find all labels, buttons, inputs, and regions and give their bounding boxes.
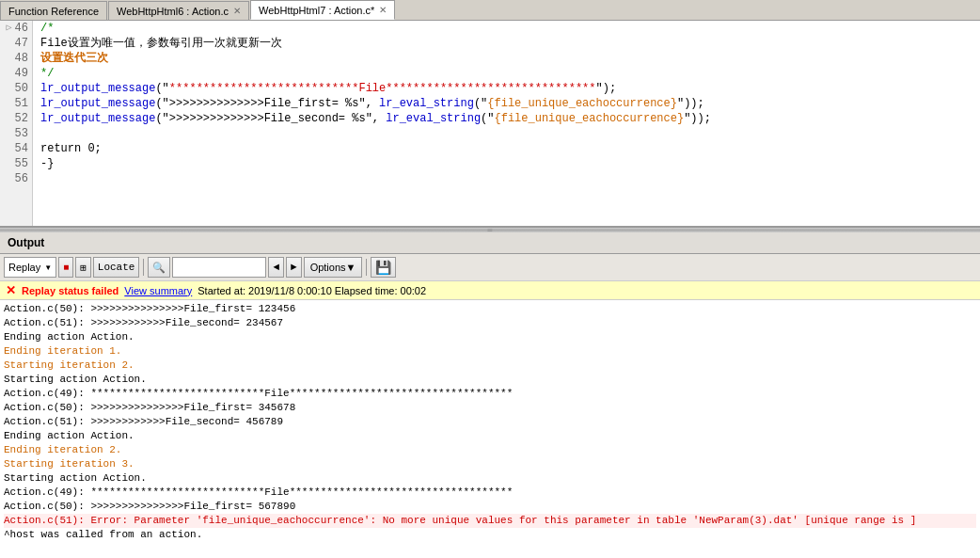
code-line-50: lr_output_message("*********************…: [40, 81, 972, 96]
log-line: Action.c(50): >>>>>>>>>>>>>>>File_first=…: [4, 500, 976, 514]
line-number-49: 49: [4, 66, 28, 81]
locate-label: Locate: [98, 262, 135, 273]
code-line-52: lr_output_message(">>>>>>>>>>>>>>File_se…: [40, 111, 972, 126]
code-line-47: File设置为唯一值，参数每引用一次就更新一次: [40, 36, 972, 51]
search-button[interactable]: 🔍: [148, 257, 170, 278]
error-icon: ✕: [6, 283, 16, 297]
code-param: {file_unique_eachoccurrence}: [495, 112, 685, 125]
replay-dropdown[interactable]: Replay ▼: [4, 257, 56, 278]
replay-label: Replay: [8, 262, 40, 273]
log-line: Action.c(50): >>>>>>>>>>>>>>>File_first=…: [4, 302, 976, 316]
code-text: (": [481, 112, 494, 125]
locate-button[interactable]: Locate: [93, 257, 140, 278]
code-text: */: [40, 67, 54, 80]
code-text: -}: [40, 157, 54, 170]
tab-function-reference[interactable]: Function Reference: [0, 1, 107, 20]
code-text: return 0;: [40, 142, 102, 155]
code-line-55: -}: [40, 156, 972, 171]
stop-button[interactable]: ■: [58, 257, 73, 278]
code-func: lr_output_message: [40, 82, 155, 95]
next-button[interactable]: ►: [286, 257, 302, 278]
line-number-56: 56: [4, 171, 28, 186]
code-func: lr_output_message: [40, 97, 155, 110]
line-number-52: 52: [4, 111, 28, 126]
log-line: Starting action Action.: [4, 471, 976, 486]
code-line-51: lr_output_message(">>>>>>>>>>>>>>File_fi…: [40, 96, 972, 111]
code-string: ****************************File********…: [169, 82, 596, 95]
code-text: 设置迭代三次: [40, 52, 108, 65]
replay-arrow-icon: ▼: [44, 263, 52, 272]
tab-label: Function Reference: [8, 6, 99, 17]
log-line: Ending action Action.: [4, 330, 976, 344]
log-line: Starting action Action.: [4, 373, 976, 387]
fold-icon[interactable]: ▷: [7, 21, 12, 36]
tab-webhttp6[interactable]: WebHttpHtml6 : Action.c ✕: [108, 1, 249, 20]
line-number-55: 55: [4, 156, 28, 171]
log-line: Action.c(50): >>>>>>>>>>>>>>>File_first=…: [4, 401, 976, 415]
options-dropdown[interactable]: Options ▼: [304, 257, 363, 278]
log-line: Starting iteration 2.: [4, 359, 976, 373]
options-arrow-icon: ▼: [346, 262, 356, 273]
output-panel: Output Replay ▼ ■ ⊞ Locate 🔍 ◄ ► Options…: [0, 232, 980, 558]
code-line-49: */: [40, 66, 972, 81]
prev-icon: ◄: [273, 262, 279, 273]
line-number-47: 47: [4, 36, 28, 51]
code-text: File设置为唯一值，参数每引用一次就更新一次: [40, 37, 282, 50]
code-func2: lr_eval_string: [386, 112, 481, 125]
output-title: Output: [8, 236, 44, 249]
toolbar-separator: [143, 259, 144, 276]
record-button[interactable]: ⊞: [75, 257, 91, 278]
code-text: (": [474, 97, 487, 110]
code-param: {file_unique_eachoccurrence}: [487, 97, 677, 110]
line-number-46: ▷ 46: [4, 21, 28, 36]
code-text: ");: [596, 82, 617, 95]
code-text: (": [155, 82, 168, 95]
tab-bar: Function Reference WebHttpHtml6 : Action…: [0, 0, 980, 21]
tab-webhttp7[interactable]: WebHttpHtml7 : Action.c* ✕: [250, 0, 395, 20]
code-line-48: 设置迭代三次: [40, 51, 972, 66]
search-icon: 🔍: [152, 262, 166, 274]
code-text: (">>>>>>>>>>>>>>File_second= %s",: [155, 112, 386, 125]
log-line: Ending iteration 2.: [4, 443, 976, 457]
tab-close-icon[interactable]: ✕: [379, 5, 387, 15]
code-editor: ▷ 46 47 48 49 50 51 52 53 54 55 56 /* Fi…: [0, 21, 980, 228]
save-icon: 💾: [375, 260, 391, 276]
output-log[interactable]: Action.c(50): >>>>>>>>>>>>>>>File_first=…: [0, 300, 980, 558]
code-line-46: /*: [40, 21, 972, 36]
code-text: "));: [684, 112, 711, 125]
code-line-53: [40, 126, 972, 141]
tab-label: WebHttpHtml6 : Action.c: [117, 6, 229, 17]
line-number-54: 54: [4, 141, 28, 156]
search-input[interactable]: [172, 257, 266, 278]
code-func: lr_output_message: [40, 112, 155, 125]
output-toolbar: Replay ▼ ■ ⊞ Locate 🔍 ◄ ► Options ▼ 💾: [0, 254, 980, 281]
log-line: Action.c(51): Error: Parameter 'file_uni…: [4, 514, 976, 528]
view-summary-link[interactable]: View summary: [124, 285, 192, 296]
prev-button[interactable]: ◄: [268, 257, 284, 278]
line-number-48: 48: [4, 51, 28, 66]
log-line: Starting iteration 3.: [4, 457, 976, 471]
code-text: "));: [677, 97, 704, 110]
log-line: Ending iteration 1.: [4, 344, 976, 359]
code-text: /*: [40, 22, 54, 35]
status-error-text: Replay status failed: [22, 285, 119, 296]
record-icon: ⊞: [80, 262, 87, 274]
log-line: Action.c(49): **************************…: [4, 387, 976, 401]
tab-close-icon[interactable]: ✕: [233, 6, 241, 16]
log-line: Ending action Action.: [4, 429, 976, 443]
toolbar-separator2: [366, 259, 367, 276]
next-icon: ►: [291, 262, 297, 273]
status-info: Started at: 2019/11/8 0:00:10 Elapsed ti…: [198, 285, 426, 296]
status-bar: ✕ Replay status failed View summary Star…: [0, 281, 980, 300]
code-content[interactable]: /* File设置为唯一值，参数每引用一次就更新一次 设置迭代三次 */ lr_…: [33, 21, 980, 226]
log-line: ^host was called from an action.: [4, 528, 976, 542]
line-number-53: 53: [4, 126, 28, 141]
log-line: Action.c(51): >>>>>>>>>>>>File_second= 4…: [4, 415, 976, 429]
tab-label: WebHttpHtml7 : Action.c*: [259, 5, 374, 16]
line-number-50: 50: [4, 81, 28, 96]
line-numbers: ▷ 46 47 48 49 50 51 52 53 54 55 56: [0, 21, 33, 226]
save-button[interactable]: 💾: [371, 257, 396, 278]
output-header: Output: [0, 232, 980, 254]
code-text: (">>>>>>>>>>>>>>File_first= %s",: [155, 97, 379, 110]
log-line: Action.c(51): >>>>>>>>>>>>File_second= 2…: [4, 316, 976, 330]
